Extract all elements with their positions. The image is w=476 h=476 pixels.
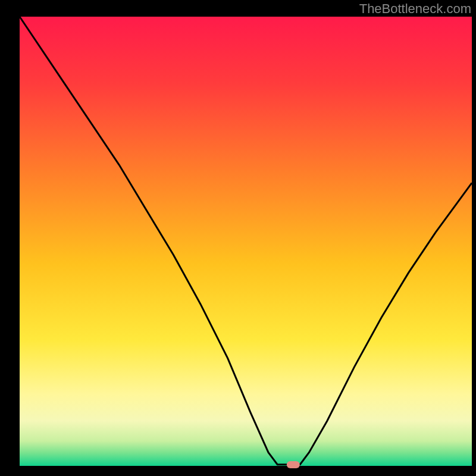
bottleneck-chart: [0, 0, 476, 476]
optimal-marker: [287, 461, 300, 468]
chart-container: { "watermark": "TheBottleneck.com", "cha…: [0, 0, 476, 476]
watermark-text: TheBottleneck.com: [359, 1, 471, 17]
plot-background: [20, 17, 472, 466]
